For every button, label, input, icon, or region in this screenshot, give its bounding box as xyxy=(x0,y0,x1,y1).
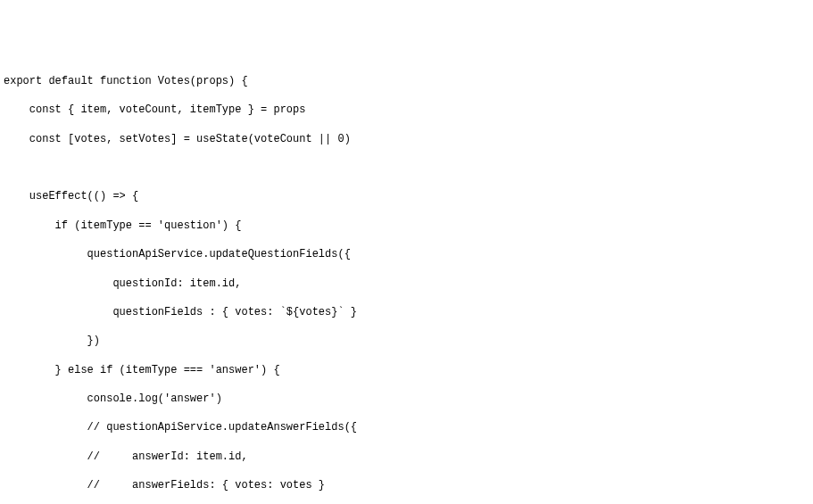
code-line[interactable]: console.log('answer') xyxy=(4,392,809,406)
code-line[interactable]: }) xyxy=(4,334,809,348)
code-line[interactable]: const { item, voteCount, itemType } = pr… xyxy=(4,103,809,117)
code-line[interactable]: // answerFields: { votes: votes } xyxy=(4,478,809,492)
code-line[interactable]: const [votes, setVotes] = useState(voteC… xyxy=(4,132,809,146)
code-editor[interactable]: export default function Votes(props) { c… xyxy=(4,60,809,504)
code-line[interactable]: // answerId: item.id, xyxy=(4,450,809,464)
code-line[interactable]: } else if (itemType === 'answer') { xyxy=(4,363,809,377)
code-line[interactable]: if (itemType == 'question') { xyxy=(4,219,809,233)
code-line[interactable]: // questionApiService.updateAnswerFields… xyxy=(4,420,809,434)
code-line[interactable]: questionId: item.id, xyxy=(4,277,809,291)
code-line[interactable]: useEffect(() => { xyxy=(4,189,809,203)
code-line[interactable]: questionApiService.updateQuestionFields(… xyxy=(4,247,809,261)
code-line[interactable]: questionFields : { votes: `${votes}` } xyxy=(4,305,809,319)
code-line[interactable]: export default function Votes(props) { xyxy=(4,74,809,88)
code-line[interactable] xyxy=(4,161,809,175)
